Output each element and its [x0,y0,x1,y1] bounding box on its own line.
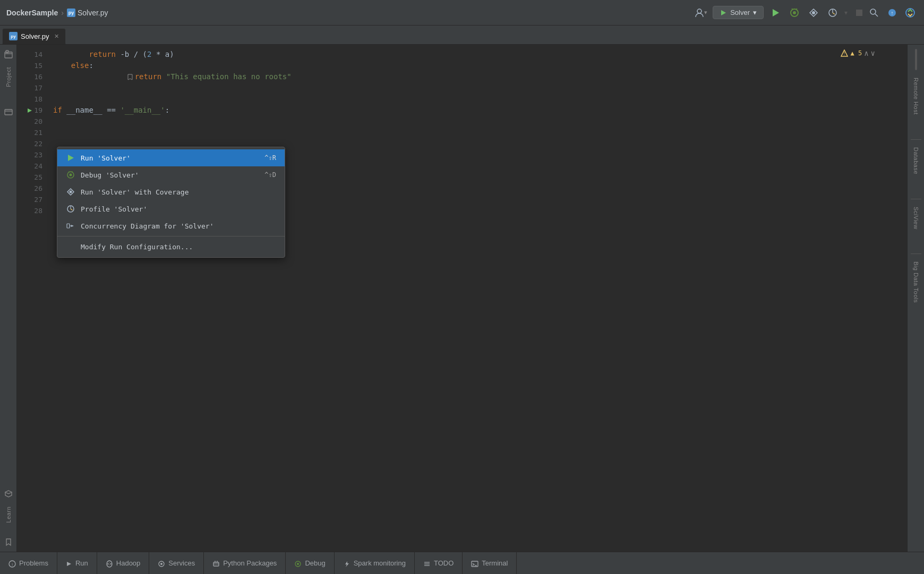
code-line-15: else: [53,60,907,71]
debug-solver-icon [66,170,75,180]
menu-item-modify-label: Modify Run Configuration... [81,243,271,251]
py-file-icon: py [67,9,75,17]
search-icon[interactable] [867,5,882,20]
tab-close-button[interactable]: ✕ [54,33,59,40]
code-line-20 [53,116,907,127]
menu-divider [57,236,285,237]
svg-rect-9 [856,10,862,16]
sidebar-folder-icon[interactable] [1,104,16,119]
sidebar-learn-icon[interactable] [1,486,16,501]
menu-item-debug-solver-shortcut: ^⇧D [264,171,276,179]
tab-solver-py[interactable]: py Solver.py ✕ [2,28,66,44]
bottom-tab-hadoop[interactable]: Hadoop [97,552,150,574]
menu-item-run-solver-shortcut: ^⇧R [264,154,276,162]
menu-item-debug-solver[interactable]: Debug 'Solver' ^⇧D [57,166,285,183]
code-content: return -b / (2 * a) else: return "This e… [49,45,907,552]
svg-point-26 [70,191,72,193]
svg-point-7 [812,11,815,14]
svg-point-10 [870,9,876,14]
profile-solver-icon [66,204,75,214]
code-line-16: return "This equation has no roots" [53,71,907,82]
coverage-button[interactable] [806,5,821,20]
code-line-21 [53,127,907,138]
menu-item-profile-solver-label: Profile 'Solver' [81,205,271,213]
right-label-big-data-tools[interactable]: Big Data Tools [913,257,919,307]
bottom-tab-spark-monitoring[interactable]: Spark monitoring [335,552,415,574]
svg-marker-1 [721,10,726,15]
problems-icon: ! [8,559,16,567]
sidebar-project-icon[interactable] [1,47,16,62]
stop-button[interactable] [852,5,867,20]
update-icon[interactable]: ↑ [885,5,900,20]
sidebar-label-project[interactable]: Project [5,63,12,91]
code-line-18 [53,94,907,105]
code-line-14: return -b / (2 * a) [53,49,907,60]
menu-item-run-coverage-label: Run 'Solver' with Coverage [81,188,271,196]
modify-run-config-icon [66,242,75,251]
titlebar: DockerSample › py Solver.py ▾ Solver ▾ [0,0,924,26]
svg-line-11 [875,14,878,16]
menu-item-concurrency-diagram[interactable]: Concurrency Diagram for 'Solver' [57,217,285,234]
editor-area[interactable]: ! ▲ 5 ∧ ∨ 14 15 16 17 18 19 20 [17,45,907,552]
svg-point-39 [297,563,299,565]
left-sidebar: Project Learn [0,45,17,552]
svg-marker-30 [71,225,74,227]
bottom-tab-run[interactable]: Run [57,552,97,574]
app-icon[interactable] [903,5,918,20]
code-line-19: if __name__ == '__main__': [53,105,907,116]
svg-marker-20 [28,108,32,113]
menu-item-modify-run-config[interactable]: Modify Run Configuration... [57,238,285,255]
bottom-tab-debug[interactable]: Debug [286,552,334,574]
menu-item-run-solver[interactable]: Run 'Solver' ^⇧R [57,149,285,166]
line-numbers: 14 15 16 17 18 19 20 21 22 23 24 25 26 2… [17,45,49,552]
right-label-database[interactable]: Database [913,143,919,179]
terminal-icon [471,559,478,567]
run-solver-icon [66,153,75,163]
right-sidebar: Remote Host Database SciView Big Data To… [907,45,924,552]
breadcrumb-sep: › [61,9,64,17]
titlebar-center: ▾ Solver ▾ [694,5,867,20]
tabbar: py Solver.py ✕ [0,26,924,45]
project-name[interactable]: DockerSample [6,9,58,17]
titlebar-left: DockerSample › py Solver.py [6,9,694,17]
svg-rect-16 [6,50,8,53]
debug-icon [294,559,302,567]
svg-text:↑: ↑ [891,10,894,16]
sidebar-bookmarks-icon[interactable] [1,535,16,550]
code-line-17 [53,82,907,94]
todo-icon [423,559,431,567]
debug-button[interactable] [787,5,802,20]
bottom-tab-services[interactable]: Services [149,552,204,574]
bottom-tab-todo[interactable]: TODO [415,552,463,574]
run-config-button[interactable]: Solver ▾ [713,6,764,19]
sidebar-label-learn[interactable]: Learn [5,502,12,527]
run-button[interactable] [768,5,783,20]
concurrency-diagram-icon [66,221,75,231]
right-label-sciview[interactable]: SciView [913,202,919,233]
svg-point-4 [793,11,796,14]
context-menu: Run 'Solver' ^⇧R Debug 'Solver' ^⇧D [57,147,285,258]
run-icon [66,559,72,568]
bottom-tab-terminal[interactable]: Terminal [463,552,517,574]
tab-py-icon: py [9,32,18,40]
python-packages-icon [212,559,220,567]
titlebar-actions: ↑ [867,5,918,20]
titlebar-filename: py Solver.py [67,9,108,17]
menu-item-debug-solver-label: Debug 'Solver' [81,171,259,179]
hadoop-icon [106,559,113,567]
right-label-remote-host[interactable]: Remote Host [913,73,919,119]
profiler-button[interactable] [825,5,840,20]
svg-point-0 [697,9,701,13]
bottom-tab-python-packages[interactable]: Python Packages [204,552,286,574]
menu-item-run-coverage[interactable]: Run 'Solver' with Coverage [57,183,285,200]
svg-point-36 [160,563,162,565]
bottom-tab-problems[interactable]: ! Problems [0,552,57,574]
services-icon [158,559,165,567]
menu-item-profile-solver[interactable]: Profile 'Solver' [57,200,285,217]
menu-item-concurrency-label: Concurrency Diagram for 'Solver' [81,222,271,230]
svg-rect-28 [67,224,70,228]
bottom-bar: ! Problems Run Hadoop Servic [0,552,924,574]
user-icon[interactable]: ▾ [694,5,708,20]
spark-monitoring-icon [343,559,350,567]
menu-item-run-solver-label: Run 'Solver' [81,154,259,162]
